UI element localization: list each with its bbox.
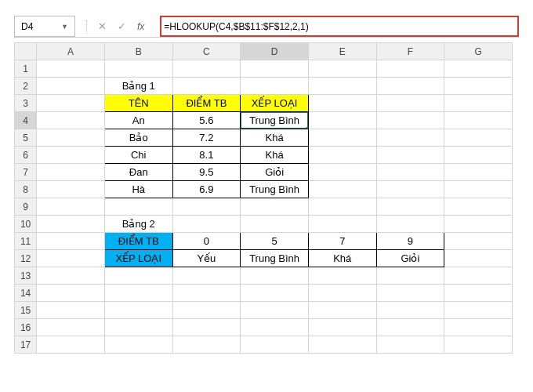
cell[interactable] <box>37 164 105 181</box>
cell[interactable]: 7.2 <box>172 129 241 147</box>
cell[interactable] <box>376 164 444 181</box>
cell[interactable] <box>308 216 376 233</box>
name-box-dropdown-icon[interactable]: ▼ <box>61 23 68 31</box>
cell[interactable] <box>444 112 513 129</box>
cell[interactable] <box>37 181 105 198</box>
cell[interactable] <box>376 78 444 95</box>
cell[interactable] <box>241 60 309 78</box>
cell[interactable]: 9 <box>376 233 444 250</box>
cell[interactable] <box>308 319 376 336</box>
col-header[interactable]: E <box>308 43 376 60</box>
cell[interactable] <box>444 336 513 354</box>
cell[interactable] <box>308 198 376 216</box>
row-header[interactable]: 12 <box>15 250 37 267</box>
cell[interactable] <box>376 181 444 198</box>
col-header[interactable]: G <box>444 43 513 60</box>
cell[interactable]: 8.1 <box>172 147 241 164</box>
row-header[interactable]: 17 <box>15 336 37 354</box>
cell[interactable] <box>172 336 241 354</box>
cell[interactable] <box>37 112 105 129</box>
cell[interactable] <box>241 319 309 336</box>
cell[interactable] <box>308 112 376 129</box>
cell[interactable]: 9.5 <box>172 164 241 181</box>
cell[interactable] <box>308 78 376 95</box>
cell[interactable] <box>308 129 376 147</box>
row-header[interactable]: 15 <box>15 302 37 319</box>
cell[interactable] <box>376 285 444 302</box>
cell[interactable] <box>241 198 309 216</box>
cell[interactable]: Chi <box>104 147 172 164</box>
cell[interactable] <box>37 285 105 302</box>
formula-input[interactable]: =HLOOKUP(C4,$B$11:$F$12,2,1) <box>160 16 519 37</box>
cell-header[interactable]: XẾP LOẠI <box>104 250 172 267</box>
cell-header[interactable]: ĐIỂM TB <box>172 95 241 112</box>
cell[interactable] <box>241 267 309 285</box>
cell[interactable]: Trung Bình <box>241 181 309 198</box>
row-header[interactable]: 9 <box>15 198 37 216</box>
row-header[interactable]: 5 <box>15 129 37 147</box>
cell[interactable] <box>308 285 376 302</box>
cell[interactable] <box>376 336 444 354</box>
row-header[interactable]: 6 <box>15 147 37 164</box>
col-header[interactable]: D <box>241 43 309 60</box>
cell[interactable]: Yếu <box>172 250 241 267</box>
cell[interactable] <box>37 95 105 112</box>
cell[interactable] <box>376 60 444 78</box>
cell[interactable] <box>444 78 513 95</box>
col-header[interactable]: B <box>104 43 172 60</box>
cell[interactable] <box>172 285 241 302</box>
cell[interactable] <box>37 60 105 78</box>
cell[interactable] <box>444 60 513 78</box>
cell[interactable]: Khá <box>308 250 376 267</box>
fx-icon[interactable]: fx <box>137 21 149 32</box>
cell[interactable] <box>444 129 513 147</box>
cell[interactable] <box>172 78 241 95</box>
cell[interactable] <box>444 233 513 250</box>
col-header[interactable]: F <box>376 43 444 60</box>
cell[interactable] <box>444 285 513 302</box>
cell[interactable] <box>241 78 309 95</box>
cell[interactable]: 0 <box>172 233 241 250</box>
cell[interactable] <box>376 319 444 336</box>
cell[interactable] <box>104 60 172 78</box>
cell[interactable]: Giỏi <box>241 164 309 181</box>
cell[interactable]: Khá <box>241 129 309 147</box>
cell[interactable]: Trung Bình <box>241 250 309 267</box>
cell[interactable] <box>308 336 376 354</box>
cell[interactable] <box>104 319 172 336</box>
cancel-icon[interactable]: ✕ <box>98 20 107 32</box>
cell[interactable] <box>376 129 444 147</box>
cell[interactable] <box>308 95 376 112</box>
name-box[interactable]: D4 ▼ <box>14 16 75 37</box>
cell[interactable] <box>444 267 513 285</box>
cell[interactable] <box>308 164 376 181</box>
cell[interactable] <box>104 336 172 354</box>
cell-header[interactable]: XẾP LOẠI <box>241 95 309 112</box>
row-header[interactable]: 2 <box>15 78 37 95</box>
accept-icon[interactable]: ✓ <box>118 20 126 32</box>
row-header[interactable]: 16 <box>15 319 37 336</box>
row-header[interactable]: 1 <box>15 60 37 78</box>
cell[interactable] <box>308 147 376 164</box>
cell-header[interactable]: TÊN <box>104 95 172 112</box>
cell[interactable] <box>444 147 513 164</box>
cell[interactable] <box>444 181 513 198</box>
cell[interactable] <box>376 147 444 164</box>
cell[interactable] <box>444 164 513 181</box>
cell[interactable] <box>172 60 241 78</box>
cell[interactable] <box>37 129 105 147</box>
row-header[interactable]: 3 <box>15 95 37 112</box>
cell[interactable] <box>172 302 241 319</box>
fill-handle[interactable] <box>306 127 309 129</box>
cell[interactable] <box>37 147 105 164</box>
cell[interactable] <box>37 302 105 319</box>
row-header[interactable]: 7 <box>15 164 37 181</box>
col-header[interactable]: A <box>37 43 105 60</box>
cell-title-b1[interactable]: Bảng 1 <box>104 78 172 95</box>
row-header[interactable]: 4 <box>15 112 37 129</box>
select-all-corner[interactable] <box>15 43 37 60</box>
cell[interactable] <box>376 95 444 112</box>
cell[interactable] <box>172 216 241 233</box>
cell[interactable] <box>37 78 105 95</box>
cell[interactable] <box>172 319 241 336</box>
